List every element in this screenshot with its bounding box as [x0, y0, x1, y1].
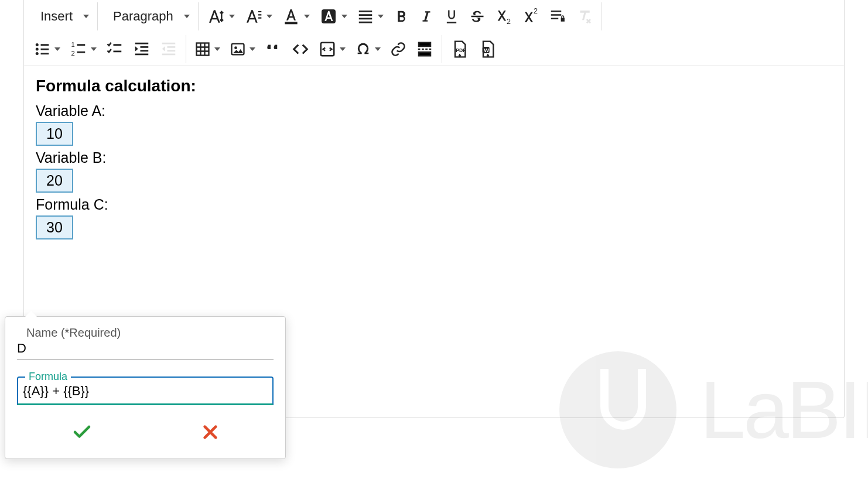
- separator: [186, 35, 186, 63]
- paragraph-dropdown[interactable]: Paragraph: [101, 2, 194, 30]
- font-size-button[interactable]: [202, 2, 240, 30]
- underline-button[interactable]: [439, 2, 464, 30]
- formula-input[interactable]: [23, 384, 268, 399]
- chevron-down-icon: [375, 47, 381, 51]
- separator: [198, 2, 199, 30]
- indent-button[interactable]: [128, 35, 155, 63]
- svg-text:2: 2: [71, 50, 75, 57]
- editor-toolbar: Insert Paragraph: [24, 0, 844, 66]
- strikethrough-button[interactable]: [464, 2, 490, 30]
- name-field: Name (*Required): [17, 326, 274, 360]
- svg-text:1: 1: [71, 41, 75, 48]
- checklist-icon: [106, 40, 124, 58]
- align-icon: [357, 8, 374, 25]
- text-color-icon: [282, 7, 300, 26]
- lock-list-icon: [549, 8, 566, 25]
- svg-text:W: W: [484, 47, 489, 53]
- toolbar-row-1: Insert Paragraph: [24, 0, 844, 33]
- image-icon: [230, 41, 246, 57]
- italic-icon: [419, 9, 434, 24]
- code-block-icon: [319, 40, 336, 58]
- strikethrough-icon: [469, 8, 486, 25]
- table-icon: [194, 41, 211, 57]
- formula-c-label: Formula C:: [36, 196, 832, 213]
- bold-icon: [393, 8, 409, 25]
- insert-dropdown[interactable]: Insert: [29, 2, 94, 30]
- numbered-list-button[interactable]: 12: [65, 35, 101, 63]
- checklist-button[interactable]: [101, 35, 128, 63]
- page-break-button[interactable]: [411, 35, 438, 63]
- export-word-button[interactable]: W: [474, 35, 502, 63]
- chevron-down-icon: [304, 15, 310, 18]
- font-family-icon: [244, 7, 263, 26]
- subscript-button[interactable]: 2: [490, 2, 517, 30]
- separator: [97, 2, 98, 30]
- image-button[interactable]: [225, 35, 260, 63]
- chevron-down-icon: [266, 15, 272, 18]
- doc-heading: Formula calculation:: [36, 77, 832, 95]
- svg-point-5: [36, 48, 39, 51]
- font-size-icon: [207, 7, 225, 26]
- lock-list-button[interactable]: [544, 2, 571, 30]
- separator: [602, 2, 602, 30]
- export-pdf-button[interactable]: PDF: [446, 35, 474, 63]
- page-break-icon: [416, 40, 433, 58]
- superscript-icon: 2: [522, 8, 539, 25]
- outdent-button[interactable]: [155, 35, 182, 63]
- formula-edit-popup: Name (*Required) Formula: [5, 316, 286, 459]
- text-color-button[interactable]: [277, 2, 315, 30]
- chevron-down-icon: [184, 15, 190, 18]
- svg-text:PDF: PDF: [456, 47, 466, 53]
- link-icon: [390, 41, 406, 57]
- blockquote-button[interactable]: [260, 35, 287, 63]
- clear-format-icon: [576, 8, 593, 25]
- var-b-box[interactable]: 20: [36, 169, 73, 193]
- subscript-icon: 2: [495, 8, 512, 25]
- word-icon: W: [479, 40, 497, 59]
- formula-field: Formula: [17, 377, 274, 405]
- underline-icon: [443, 8, 460, 25]
- svg-point-11: [234, 46, 237, 49]
- table-button[interactable]: [190, 35, 225, 63]
- clear-format-button[interactable]: [571, 2, 598, 30]
- popup-actions: [17, 419, 274, 447]
- insert-label: Insert: [33, 9, 80, 24]
- code-icon: [292, 40, 309, 58]
- bold-button[interactable]: [388, 2, 414, 30]
- formula-c-box[interactable]: 30: [36, 215, 73, 239]
- cancel-button[interactable]: [189, 419, 231, 447]
- svg-point-4: [36, 43, 39, 46]
- paragraph-label: Paragraph: [106, 9, 180, 24]
- chevron-down-icon: [378, 15, 384, 18]
- var-a-box[interactable]: 10: [36, 122, 73, 146]
- superscript-button[interactable]: 2: [517, 2, 544, 30]
- formula-field-label: Formula: [25, 371, 71, 383]
- chevron-down-icon: [83, 15, 89, 18]
- code-block-button[interactable]: [314, 35, 350, 63]
- name-input[interactable]: [17, 340, 274, 360]
- var-b-label: Variable B:: [36, 149, 832, 166]
- align-button[interactable]: [352, 2, 388, 30]
- special-char-button[interactable]: [350, 35, 385, 63]
- name-field-label: Name (*Required): [26, 326, 274, 340]
- toolbar-row-2: 12: [24, 33, 844, 66]
- var-a-label: Variable A:: [36, 102, 832, 119]
- code-button[interactable]: [287, 35, 314, 63]
- confirm-button[interactable]: [60, 419, 104, 447]
- chevron-down-icon: [340, 47, 346, 51]
- font-family-button[interactable]: [240, 2, 277, 30]
- italic-button[interactable]: [414, 2, 439, 30]
- highlight-color-button[interactable]: [315, 2, 352, 30]
- omega-icon: [355, 41, 371, 57]
- svg-rect-0: [285, 22, 297, 24]
- link-button[interactable]: [385, 35, 411, 63]
- check-icon: [71, 422, 93, 443]
- x-icon: [201, 423, 220, 441]
- indent-icon: [133, 40, 151, 58]
- chevron-down-icon: [214, 47, 220, 51]
- pdf-icon: PDF: [450, 40, 469, 59]
- chevron-down-icon: [250, 47, 255, 51]
- chevron-down-icon: [54, 47, 60, 51]
- numbered-list-icon: 12: [70, 40, 87, 58]
- bullet-list-button[interactable]: [29, 35, 65, 63]
